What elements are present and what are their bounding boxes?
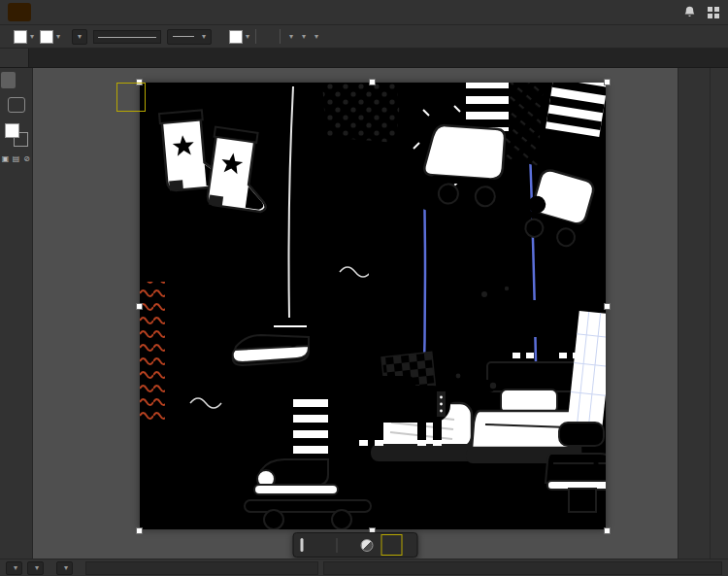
fill-swatch-control[interactable]: ▾ [14,30,34,44]
document-tab[interactable] [0,49,29,67]
chevron-down-icon: ▾ [246,32,249,41]
stroke-profile-preview[interactable] [93,30,161,44]
chevron-down-icon: ▾ [30,32,34,41]
generative-recolor-icon[interactable] [361,539,374,552]
divider [280,29,281,44]
striped-sock-a [466,83,509,131]
fill-stroke-indicator[interactable] [5,123,28,147]
panel-dock [678,68,728,559]
selection-handle[interactable] [136,527,143,534]
selection-handle[interactable] [604,527,611,534]
bell-icon[interactable] [682,6,696,19]
menubar [0,0,728,25]
illustrator-logo [8,3,31,21]
rotation-dropdown[interactable]: ▾ [27,561,44,575]
divider [337,538,338,553]
selection-handle[interactable] [604,79,611,85]
chevron-down-icon: ▾ [64,563,68,572]
selection-handle[interactable] [369,79,376,85]
panel-icons-column-2 [711,68,728,559]
recolor-artwork-button[interactable]: ▾ [299,32,306,41]
artwork-illustration [140,83,606,529]
contextual-task-bar [293,532,418,558]
annotation-callout-2 [381,534,403,556]
document-tab-bar [0,49,728,68]
chevron-down-icon: ▾ [314,32,318,41]
chevron-down-icon: ▾ [302,32,306,41]
stroke-weight-field[interactable]: ▾ [72,29,87,45]
fill-swatch[interactable] [14,30,27,44]
canvas[interactable] [33,68,678,559]
tools-panel: ▣ ▤ ⊘ [0,68,33,559]
zoom-dropdown[interactable]: ▾ [6,561,22,575]
color-mode-icon[interactable]: ▣ [1,154,10,163]
divider [255,29,256,44]
apps-grid-icon[interactable] [707,6,720,19]
gradient-mode-icon[interactable]: ▤ [12,154,20,163]
control-bar: ▾ ▾ ▾ ▾ ▾ ▾ ▾ ▾ [0,25,728,49]
brush-stroke-icon [173,36,194,37]
illustrator-window: ▾ ▾ ▾ ▾ ▾ ▾ ▾ ▾ [0,0,728,576]
drag-grip[interactable] [301,538,304,552]
stroke-swatch[interactable] [40,30,53,44]
status-bar: ▾ ▾ ▾ [0,559,728,576]
status-text [85,561,318,575]
striped-sock-b [546,83,606,137]
style-dropdown[interactable]: ▾ [229,30,249,44]
chevron-down-icon: ▾ [35,563,39,572]
arrange-button[interactable]: ▾ [312,32,318,41]
isolate-mode-button[interactable]: ▾ [286,32,293,41]
polka-shorts [322,83,402,143]
tools-grid [1,72,31,88]
chevron-down-icon: ▾ [78,32,82,41]
chevron-down-icon: ▾ [14,563,17,572]
style-swatch[interactable] [229,30,243,44]
selection-handle[interactable] [604,303,611,310]
chevron-down-icon: ▾ [202,32,206,41]
stroke-swatch-control[interactable]: ▾ [40,30,60,44]
none-mode-icon[interactable]: ⊘ [22,154,31,163]
artboard-number-dropdown[interactable]: ▾ [56,561,73,575]
chevron-down-icon: ▾ [289,32,293,41]
chevron-down-icon: ▾ [56,32,60,41]
sneaker-left [233,335,309,365]
selection-handle[interactable] [136,303,143,310]
annotation-callout-1 [116,83,146,112]
brush-definition-dropdown[interactable]: ▾ [167,29,212,45]
fill-color-swatch[interactable] [5,123,19,138]
status-filler [323,561,722,575]
share-button[interactable] [646,10,672,16]
panel-icons-column [678,68,711,559]
artboard[interactable] [140,83,606,529]
help-button[interactable] [8,97,25,113]
